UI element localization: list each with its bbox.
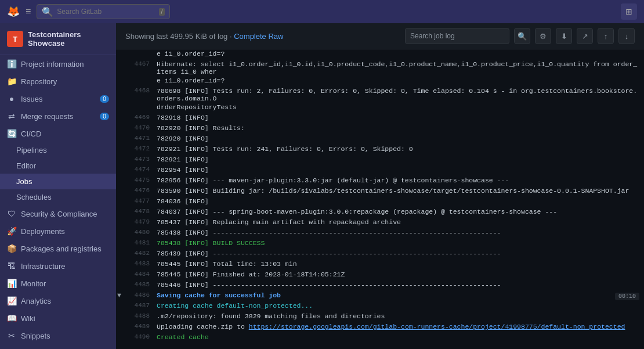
log-line-number: 4487: [125, 301, 154, 310]
log-line: 4471782920 [INFO]: [116, 134, 644, 145]
log-section-toggle: [116, 87, 125, 88]
analytics-icon: 📈: [7, 296, 16, 305]
sidebar-sub-item-label: Schedules: [16, 193, 52, 202]
infrastructure-icon: 🏗: [7, 261, 16, 271]
log-section-toggle: [116, 155, 125, 156]
log-line-content: 782920 [INFO]: [154, 134, 644, 143]
log-line-number: 4478: [125, 207, 154, 215]
log-line-number: 4469: [125, 113, 154, 121]
log-line-content: 782921 [INFO]: [154, 155, 644, 164]
security-icon: 🛡: [7, 209, 16, 218]
monitor-icon: 📊: [7, 279, 16, 288]
search-job-log-input[interactable]: [405, 28, 509, 44]
log-line-number: [125, 76, 154, 77]
sidebar-item-analytics[interactable]: 📈 Analytics: [0, 292, 116, 310]
sidebar-item-monitor[interactable]: 📊 Monitor: [0, 275, 116, 292]
log-section-toggle: [116, 134, 125, 135]
log-section-toggle: [116, 322, 125, 323]
log-line: 4484785445 [INFO] Finished at: 2023-01-1…: [116, 270, 644, 280]
search-icon: 🔍: [42, 6, 53, 17]
settings-toolbar-button[interactable]: ⚙: [535, 28, 551, 44]
sidebar-item-settings[interactable]: ⚙ Settings: [0, 344, 116, 349]
sidebar-sub-item-label: Pipelines: [16, 146, 47, 154]
sidebar-item-merge-requests[interactable]: ⇄ Merge requests 0: [0, 107, 116, 125]
log-line-content: 782918 [INFO]: [154, 113, 644, 122]
merge-requests-badge: 0: [100, 113, 109, 120]
sidebar-item-label: Snippets: [21, 332, 50, 340]
sidebar-item-packages[interactable]: 📦 Packages and registries: [0, 240, 116, 257]
log-line: 4482785439 [INFO] ----------------------…: [116, 249, 644, 260]
sidebar-item-label: Wiki: [21, 314, 35, 323]
share-button[interactable]: ↗: [577, 28, 593, 44]
sidebar-item-editor[interactable]: Editor: [0, 158, 116, 174]
scroll-bottom-button[interactable]: ↓: [618, 28, 635, 44]
sidebar-item-snippets[interactable]: ✂ Snippets: [0, 327, 116, 344]
log-line: 4473782921 [INFO]: [116, 155, 644, 165]
log-section-toggle[interactable]: ▼: [116, 291, 125, 300]
avatar: T: [7, 31, 23, 47]
log-line: 4469782918 [INFO]: [116, 113, 644, 124]
sidebar-item-pipelines[interactable]: Pipelines: [0, 142, 116, 158]
log-line-number: 4490: [125, 333, 154, 341]
log-section-toggle: [116, 249, 125, 250]
topbar-right-icon[interactable]: ⊞: [621, 3, 637, 20]
log-line: 4472782921 [INFO] Tests run: 241, Failur…: [116, 145, 644, 155]
log-section-toggle: [116, 145, 125, 146]
download-button[interactable]: ⬇: [556, 28, 572, 44]
log-line: e i1_0.order_id=?: [116, 76, 644, 87]
log-section-toggle: [116, 239, 125, 240]
gitlab-logo: 🦊: [7, 5, 20, 18]
log-line-content: 782956 [INFO] --- maven-jar-plugin:3.3.0…: [154, 176, 644, 185]
sidebar-item-project-info[interactable]: ℹ️ Project information: [0, 55, 116, 73]
log-line-content: 785445 [INFO] Finished at: 2023-01-18T14…: [154, 270, 644, 279]
sidebar-item-label: Repository: [21, 77, 57, 86]
issues-icon: ●: [7, 94, 16, 103]
log-line-number: [125, 103, 154, 104]
log-section-toggle: [116, 218, 125, 219]
sidebar-item-infrastructure[interactable]: 🏗 Infrastructure: [0, 257, 116, 275]
global-search-box[interactable]: 🔍 /: [37, 4, 170, 19]
log-line: e i1_0.order_id=?: [116, 49, 644, 60]
sidebar-item-jobs[interactable]: Jobs: [0, 174, 116, 189]
info-icon: ℹ️: [7, 59, 16, 69]
log-line-content: Creating cache default-non_protected...: [154, 301, 644, 310]
log-line: 4470782920 [INFO] Results:: [116, 124, 644, 134]
sidebar: T Testcontainers Showcase ℹ️ Project inf…: [0, 23, 116, 349]
log-line: ▼4486Saving cache for successful job00:1…: [116, 291, 644, 301]
search-button[interactable]: 🔍: [514, 28, 530, 44]
sidebar-item-label: Merge requests: [21, 112, 73, 121]
merge-requests-icon: ⇄: [7, 111, 16, 121]
log-line-number: 4474: [125, 165, 154, 174]
content-area: Showing last 499.95 KiB of log · Complet…: [116, 23, 644, 349]
sidebar-item-security[interactable]: 🛡 Security & Compliance: [0, 205, 116, 222]
log-line-content: Saving cache for successful job: [154, 291, 615, 300]
sidebar-item-deployments[interactable]: 🚀 Deployments: [0, 222, 116, 240]
wiki-icon: 📖: [7, 314, 16, 323]
sidebar-item-cicd[interactable]: 🔄 CI/CD: [0, 125, 116, 142]
log-content[interactable]: e i1_0.order_id=?4467Hibernate: select i…: [116, 49, 644, 349]
global-search-input[interactable]: [57, 8, 155, 16]
complete-raw-link[interactable]: Complete Raw: [234, 32, 283, 41]
log-line-content: e i1_0.order_id=?: [154, 49, 644, 58]
log-line: drderRepositoryTests: [116, 103, 644, 113]
sidebar-item-repository[interactable]: 📁 Repository: [0, 73, 116, 90]
main-layout: T Testcontainers Showcase ℹ️ Project inf…: [0, 23, 644, 349]
sidebar-item-label: Monitor: [21, 279, 46, 288]
search-slash: /: [159, 8, 165, 16]
log-line-number: 4482: [125, 249, 154, 257]
menu-icon[interactable]: ≡: [26, 6, 31, 17]
log-line-number: 4484: [125, 270, 154, 278]
log-line: 4490Created cache: [116, 333, 644, 343]
scroll-top-button[interactable]: ↑: [598, 28, 614, 44]
log-line-content: 785438 [INFO] BUILD SUCCESS: [154, 239, 644, 247]
topbar: 🦊 ≡ 🔍 / ⊞: [0, 0, 644, 23]
sidebar-item-wiki[interactable]: 📖 Wiki: [0, 310, 116, 327]
log-line-content: 782920 [INFO] Results:: [154, 124, 644, 132]
snippets-icon: ✂: [7, 331, 16, 340]
sidebar-item-issues[interactable]: ● Issues 0: [0, 90, 116, 107]
log-section-toggle: [116, 60, 125, 61]
sidebar-item-schedules[interactable]: Schedules: [0, 189, 116, 205]
log-line-link[interactable]: https://storage.googleapis.com/gitlab-co…: [249, 323, 625, 330]
log-line-content: 785446 [INFO] --------------------------…: [154, 280, 644, 289]
log-line-content: 780698 [INFO] Tests run: 2, Failures: 0,…: [154, 87, 644, 103]
